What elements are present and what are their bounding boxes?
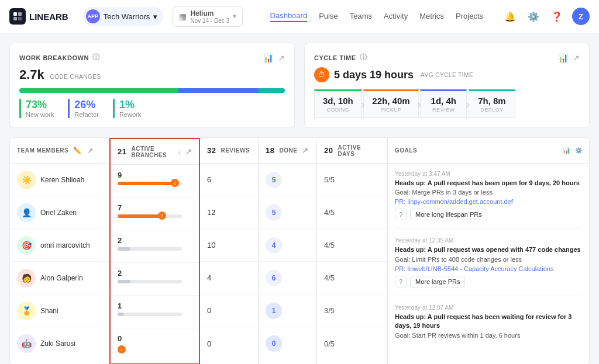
- reviews-value-4: 0: [207, 306, 211, 315]
- team-members-column: TEAM MEMBERS ✏️ ↗ ☀️ Keren Shiloah 👤 Ori…: [10, 138, 109, 364]
- sprint-info: Helium Nov 14 - Dec 3: [190, 9, 229, 24]
- nav-metrics[interactable]: Metrics: [419, 12, 444, 22]
- reviews-cell-4: 0: [200, 294, 258, 327]
- sprint-dates: Nov 14 - Dec 3: [190, 18, 229, 24]
- member-cell-5: 🤖 Zuki Sarusi: [17, 334, 75, 353]
- member-name-2: omri marcovitch: [40, 241, 90, 249]
- cycle-stage-review: 1d, 4h REVIEW: [420, 89, 467, 118]
- logo: LINEARB: [9, 8, 68, 25]
- goal-pr-1[interactable]: PR: linweb/LINB-5544 - Capacity Accuracy…: [395, 265, 582, 272]
- member-cell-3: 🧑 Alon Galperin: [17, 269, 83, 287]
- goals-settings-icon[interactable]: ⚙️: [575, 147, 583, 154]
- sprint-calendar-icon: ▦: [179, 12, 187, 21]
- work-breakdown-chart-icon[interactable]: 📊: [263, 53, 273, 63]
- member-name-0: Keren Shiloah: [40, 176, 84, 184]
- active-days-col-header: 20 ACTIVE DAYS: [317, 138, 387, 164]
- goals-col-header: GOALS 📊 ⚙️: [388, 138, 589, 164]
- team-selector[interactable]: APP Tech Warriors ▾: [82, 7, 164, 26]
- member-avatar-0: ☀️: [17, 171, 36, 189]
- main-content: WORK BREAKDOWN ⓘ 📊 ↗ 2.7k CODE CHANGES: [0, 33, 599, 364]
- cycle-time-chart-icon[interactable]: 📊: [558, 53, 568, 63]
- goal-more-btn-0[interactable]: More long lifespan PRs: [410, 209, 487, 220]
- member-cell-1: 👤 Oriel Zaken: [17, 203, 77, 222]
- cycle-time-info-icon[interactable]: ⓘ: [360, 53, 367, 63]
- member-row-1: 👤 Oriel Zaken: [10, 196, 109, 229]
- done-cell-1: 5: [259, 196, 316, 229]
- cycle-time-title: CYCLE TIME ⓘ: [314, 53, 367, 63]
- active-branches-sort-icon[interactable]: ↓: [178, 147, 182, 156]
- work-breakdown-info-icon[interactable]: ⓘ: [92, 53, 100, 63]
- active-days-cell-4: 3/5: [317, 294, 387, 327]
- goal-time-0: Yesterday at 3:47 AM: [395, 171, 582, 177]
- team-members-edit-icon[interactable]: ✏️: [73, 147, 82, 155]
- branch-number-0: 9: [118, 171, 122, 179]
- cycle-time-actions: 📊 ↗: [558, 53, 580, 63]
- done-column: 18 DONE ↗ 5 5 4 6 1 0: [259, 138, 317, 364]
- goal-item-2: Yesterday at 12:07 AM Heads up: A pull r…: [395, 304, 582, 349]
- member-avatar-5: 🤖: [17, 334, 36, 353]
- active-days-value-3: 4/5: [324, 273, 335, 282]
- active-days-count: 20: [324, 146, 333, 155]
- reviews-value-5: 0: [207, 339, 211, 348]
- team-members-expand-icon[interactable]: ↗: [87, 147, 94, 155]
- goals-column: GOALS 📊 ⚙️ Yesterday at 3:47 AM Heads up…: [387, 138, 589, 364]
- active-branches-column: 21 ACTIVE BRANCHES ↓ ↗ 9 ! 7 !: [109, 138, 200, 364]
- goal-more-btn-1[interactable]: More large PRs: [410, 276, 465, 287]
- branch-bar-1: !: [118, 214, 182, 218]
- sprint-selector[interactable]: ▦ Helium Nov 14 - Dec 3 ▾: [173, 6, 243, 27]
- logo-text: LINEARB: [29, 12, 68, 22]
- active-branches-count: 21: [118, 147, 126, 156]
- reviews-col-header: 32 REVIEWS: [200, 138, 258, 164]
- goal-title-0: Heads up: A pull request has been open f…: [395, 179, 582, 188]
- bottom-section: TEAM MEMBERS ✏️ ↗ ☀️ Keren Shiloah 👤 Ori…: [9, 137, 590, 364]
- reviews-value-3: 4: [207, 273, 211, 282]
- cycle-time-fire-icon: ⏱: [314, 67, 329, 82]
- nav-pulse[interactable]: Pulse: [319, 12, 338, 22]
- cycle-arrow-2: ›: [418, 98, 422, 110]
- branch-number-2: 2: [118, 236, 122, 245]
- branch-bar-3: [118, 280, 182, 283]
- goal-title-1: Heads up: A pull request was opened with…: [395, 245, 582, 254]
- branch-number-5: 0: [118, 334, 122, 343]
- nav-teams[interactable]: Teams: [350, 12, 372, 22]
- member-avatar-1: 👤: [17, 203, 36, 222]
- member-cell-0: ☀️ Keren Shiloah: [17, 171, 84, 189]
- active-branches-expand-icon[interactable]: ↗: [185, 147, 192, 156]
- goal-time-2: Yesterday at 12:07 AM: [395, 304, 582, 311]
- work-metrics-row: 73% New work 26% Refactor 1% Rework: [19, 99, 285, 118]
- reviews-cell-5: 0: [200, 327, 258, 360]
- branch-cell-0: 9 !: [111, 165, 199, 197]
- svg-rect-0: [13, 12, 17, 16]
- nav-projects[interactable]: Projects: [456, 12, 483, 22]
- top-widgets-row: WORK BREAKDOWN ⓘ 📊 ↗ 2.7k CODE CHANGES: [9, 43, 590, 128]
- branch-bar-fill-3: [118, 280, 130, 283]
- member-row-0: ☀️ Keren Shiloah: [10, 164, 109, 196]
- member-cell-2: 🎯 omri marcovitch: [17, 236, 90, 255]
- goal-question-btn-0[interactable]: ?: [395, 209, 407, 220]
- notifications-icon[interactable]: 🔔: [502, 8, 518, 25]
- nav-dashboard[interactable]: Dashboard: [270, 11, 308, 22]
- member-name-1: Oriel Zaken: [40, 209, 77, 217]
- branch-bar-fill-1: !: [118, 214, 163, 218]
- help-icon[interactable]: ❓: [549, 8, 565, 25]
- svg-rect-2: [13, 17, 17, 20]
- branch-bar-fill-4: [118, 313, 124, 316]
- goals-chart-icon[interactable]: 📊: [563, 147, 570, 154]
- metric-new-work: 73% New work: [19, 99, 54, 118]
- goals-panel: Yesterday at 3:47 AM Heads up: A pull re…: [388, 164, 589, 364]
- work-breakdown-progress-bar: [19, 88, 285, 93]
- user-avatar[interactable]: Z: [572, 8, 590, 25]
- nav-activity[interactable]: Activity: [384, 12, 408, 22]
- goal-question-btn-1[interactable]: ?: [395, 276, 407, 287]
- reviews-cell-2: 10: [200, 229, 258, 262]
- work-breakdown-expand-icon[interactable]: ↗: [278, 53, 285, 63]
- goal-pr-0[interactable]: PR: linpy-common/added.get.account.def: [395, 198, 582, 205]
- done-cell-2: 4: [259, 229, 316, 262]
- reviews-value-2: 10: [207, 241, 215, 249]
- cycle-time-total-row: ⏱ 5 days 19 hours AVG CYCLE TIME: [314, 67, 580, 82]
- active-days-cell-3: 4/5: [317, 262, 387, 294]
- metric-refactor: 26% Refactor: [68, 99, 99, 118]
- cycle-time-expand-icon[interactable]: ↗: [573, 53, 580, 63]
- settings-icon[interactable]: ⚙️: [525, 8, 542, 25]
- done-expand-icon[interactable]: ↗: [302, 146, 309, 155]
